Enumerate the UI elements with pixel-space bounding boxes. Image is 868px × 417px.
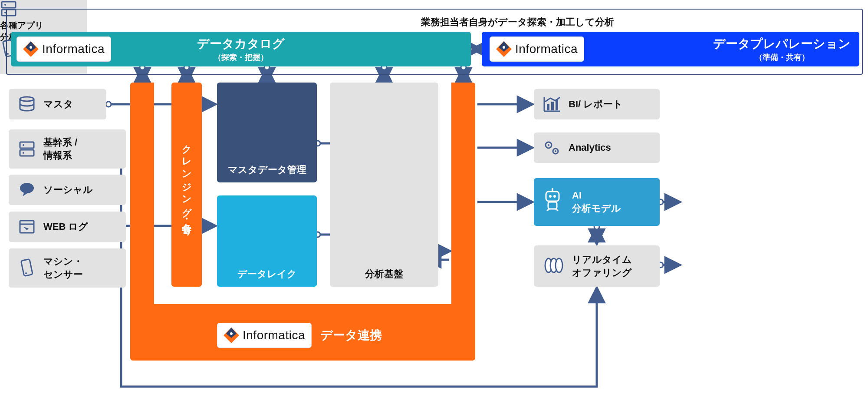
svg-point-36	[20, 183, 34, 193]
svg-line-54	[547, 209, 549, 211]
informatica-icon	[224, 328, 239, 343]
database-icon	[16, 96, 37, 113]
svg-rect-41	[547, 104, 549, 110]
informatica-icon	[23, 41, 39, 57]
source-social: ソーシャル	[9, 175, 126, 205]
svg-rect-33	[20, 150, 34, 156]
informatica-text: Informatica	[243, 328, 305, 342]
rt-line2: オファリング	[572, 267, 632, 278]
svg-point-52	[552, 188, 553, 190]
informatica-logo-integration: Informatica	[217, 323, 312, 348]
analysis-label: 分析基盤	[365, 268, 403, 281]
cleanse-band: クレンジング・名寄せ	[171, 83, 202, 287]
svg-line-55	[556, 209, 558, 211]
source-label: ソーシャル	[43, 183, 93, 196]
source-label: マシン・ センサー	[43, 255, 83, 281]
ai-line2: 分析モデル	[572, 203, 621, 214]
browser-icon	[16, 218, 37, 235]
svg-point-50	[553, 195, 556, 198]
svg-rect-37	[20, 221, 34, 233]
robot-icon	[542, 188, 565, 216]
svg-point-47	[555, 150, 556, 152]
data-catalog-title: データカタログ	[197, 36, 285, 52]
integration-label: データ連携	[320, 327, 382, 344]
source-master: マスタ	[9, 89, 106, 119]
output-label: BI/ レポート	[569, 98, 623, 111]
svg-point-49	[549, 195, 552, 198]
datalake-card: データレイク	[217, 195, 317, 287]
informatica-icon	[496, 41, 512, 57]
source-core-system: 基幹系 / 情報系	[9, 129, 126, 169]
chart-icon	[542, 96, 562, 113]
output-bi: BI/ レポート	[534, 89, 660, 119]
data-prep-subtitle: （準備・共有）	[755, 52, 809, 63]
source-label: マスタ	[43, 98, 73, 111]
output-realtime-card: リアルタイムオファリング	[534, 245, 660, 287]
informatica-logo-prep: Informatica	[490, 36, 584, 62]
gears-icon	[542, 139, 562, 156]
source-sensor: マシン・ センサー	[9, 248, 126, 288]
analysis-card: 分析基盤	[330, 83, 438, 287]
svg-point-34	[23, 144, 24, 146]
source-label: WEB ログ	[43, 220, 88, 233]
speech-icon	[16, 181, 37, 199]
data-catalog-subtitle: （探索・把握）	[214, 52, 268, 63]
svg-rect-53	[548, 202, 557, 209]
top-annotation: 業務担当者自身がデータ探索・加工して分析	[421, 16, 614, 29]
data-prep-title: データプレパレーション	[713, 36, 851, 52]
output-ai-card: AI分析モデル	[534, 178, 660, 226]
svg-rect-42	[551, 102, 554, 110]
output-analytics: Analytics	[534, 132, 660, 163]
integration-row: Informatica データ連携	[217, 322, 460, 348]
coins-icon	[542, 256, 565, 277]
output-label: Analytics	[569, 142, 611, 153]
integration-u-right	[451, 83, 475, 334]
ai-line1: AI	[572, 190, 582, 201]
svg-point-21	[106, 102, 111, 107]
svg-point-40	[25, 272, 27, 274]
svg-rect-48	[546, 192, 559, 201]
cleanse-label: クレンジング・名寄せ	[180, 138, 193, 232]
svg-point-46	[548, 144, 549, 146]
integration-u-left	[130, 83, 154, 334]
svg-point-31	[20, 97, 34, 101]
informatica-text: Informatica	[42, 42, 105, 56]
source-label: 基幹系 / 情報系	[43, 136, 77, 162]
mdm-card: マスタデータ管理	[217, 83, 317, 182]
datalake-label: データレイク	[237, 268, 297, 281]
svg-point-58	[556, 258, 562, 272]
informatica-text: Informatica	[515, 42, 578, 56]
server-icon	[16, 140, 37, 158]
source-weblog: WEB ログ	[9, 212, 126, 242]
rt-line1: リアルタイム	[572, 254, 632, 265]
mdm-label: マスタデータ管理	[228, 163, 306, 176]
svg-rect-32	[20, 142, 34, 148]
phone-icon	[16, 259, 37, 277]
svg-point-35	[23, 152, 24, 154]
informatica-logo-catalog: Informatica	[16, 36, 111, 62]
